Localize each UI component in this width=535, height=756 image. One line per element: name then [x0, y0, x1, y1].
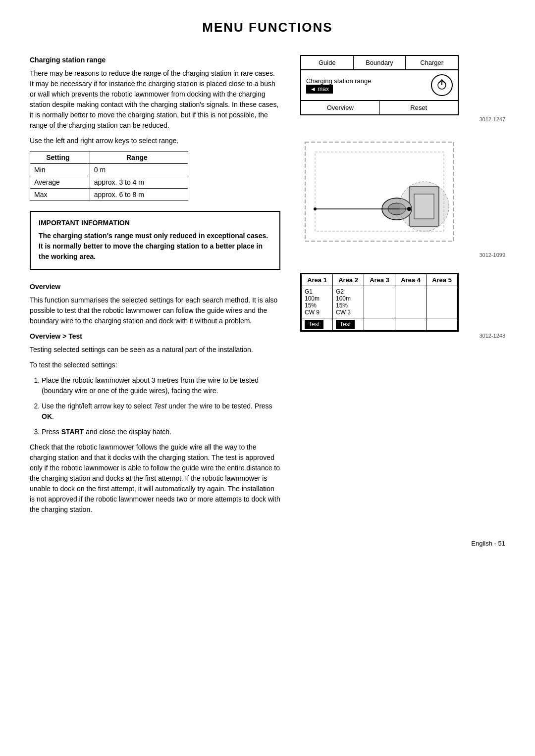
left-column: Charging station range There may be reas… [30, 55, 280, 520]
area-test-row: Test Test [302, 318, 458, 331]
area5-test [427, 318, 458, 331]
table-cell-range-average: approx. 3 to 4 m [90, 176, 188, 189]
table-cell-setting-min: Min [30, 164, 90, 176]
area4-data [395, 286, 427, 318]
step-1-text: Place the robotic lawnmower about 3 metr… [42, 376, 259, 395]
tab-boundary: Boundary [354, 56, 406, 69]
settings-table: Setting Range Min 0 m Average approx. 3 … [30, 151, 188, 201]
svg-point-11 [314, 207, 317, 210]
max-badge: ◄ max [306, 85, 333, 94]
page-title: MENU FUNCTIONS [30, 20, 505, 35]
important-information-title: IMPORTANT INFORMATION [39, 219, 271, 227]
table-row: Average approx. 3 to 4 m [30, 176, 188, 189]
table-cell-range-max: approx. 6 to 8 m [90, 189, 188, 201]
diagram3-container: Area 1 Area 2 Area 3 Area 4 Area 5 G1100… [300, 273, 505, 339]
area4-header: Area 4 [395, 274, 427, 286]
table-cell-setting-max: Max [30, 189, 90, 201]
area4-test [395, 318, 427, 331]
area3-test [364, 318, 395, 331]
settings-table-header-setting: Setting [30, 151, 90, 164]
tab-guide: Guide [301, 56, 354, 69]
area3-data [364, 286, 395, 318]
diagram1-container: Guide Boundary Charger Charging station … [300, 55, 505, 122]
tab-charger: Charger [406, 56, 458, 69]
overview-para: This function summarises the selected se… [30, 295, 280, 326]
footer-text: English - 51 [471, 540, 505, 547]
table-row: Max approx. 6 to 8 m [30, 189, 188, 201]
diagram1-label-area: Charging station range ◄ max [306, 77, 372, 94]
test-button-area1[interactable]: Test [305, 320, 323, 329]
charging-station-range-para2: Use the left and right arrow keys to sel… [30, 136, 280, 146]
svg-point-0 [438, 81, 446, 89]
area-table: Area 1 Area 2 Area 3 Area 4 Area 5 G1100… [301, 274, 458, 331]
overview-test-steps: Place the robotic lawnmower about 3 metr… [42, 375, 280, 437]
important-information-box: IMPORTANT INFORMATION The charging stati… [30, 211, 280, 270]
charging-station-range-section: Charging station range There may be reas… [30, 55, 280, 201]
area-data-row: G1100m15%CW 9 G2100m15%CW 3 [302, 286, 458, 318]
knob-icon [431, 74, 453, 96]
table-row: Min 0 m [30, 164, 188, 176]
diagram1-caption: 3012-1247 [300, 116, 505, 122]
test-button-area2[interactable]: Test [336, 320, 355, 329]
important-information-text: The charging station's range must only r… [39, 231, 271, 262]
page-footer: English - 51 [30, 540, 505, 547]
overview-button[interactable]: Overview [301, 101, 380, 114]
svg-point-9 [399, 182, 449, 231]
start-bold: START [61, 428, 84, 436]
area2-data: G2100m15%CW 3 [333, 286, 364, 318]
area2-header: Area 2 [333, 274, 364, 286]
overview-test-section: Overview > Test Testing selected setting… [30, 331, 280, 515]
step3-detail: Check that the robotic lawnmower follows… [30, 442, 280, 515]
area5-header: Area 5 [427, 274, 458, 286]
area-table-header-row: Area 1 Area 2 Area 3 Area 4 Area 5 [302, 274, 458, 286]
right-column: Guide Boundary Charger Charging station … [300, 55, 505, 520]
table-cell-range-min: 0 m [90, 164, 188, 176]
overview-section: Overview This function summarises the se… [30, 282, 280, 326]
charging-station-range-heading: Charging station range [30, 55, 280, 65]
mower-illustration [300, 137, 459, 251]
overview-test-para1: Testing selected settings can be seen as… [30, 345, 280, 355]
area1-header: Area 1 [302, 274, 333, 286]
step-3: Press START and close the display hatch. [42, 427, 280, 437]
settings-table-header-range: Range [90, 151, 188, 164]
test-italic: Test [154, 402, 166, 410]
charging-station-range-para1: There may be reasons to reduce the range… [30, 68, 280, 131]
diagram1-bottom-buttons: Overview Reset [301, 101, 458, 114]
diagram1-tabs: Guide Boundary Charger [301, 56, 458, 70]
reset-button[interactable]: Reset [380, 101, 458, 114]
ok-bold: OK [42, 412, 52, 420]
area1-data: G1100m15%CW 9 [302, 286, 333, 318]
diagram2-caption: 3012-1099 [300, 252, 505, 258]
area1-test[interactable]: Test [302, 318, 333, 331]
charging-station-range-label: Charging station range [306, 77, 372, 85]
area5-data [427, 286, 458, 318]
svg-point-10 [407, 207, 411, 211]
step-1: Place the robotic lawnmower about 3 metr… [42, 375, 280, 396]
area3-header: Area 3 [364, 274, 395, 286]
table-cell-setting-average: Average [30, 176, 90, 189]
charging-station-range-diagram: Guide Boundary Charger Charging station … [300, 55, 459, 115]
area2-test[interactable]: Test [333, 318, 364, 331]
area-overview-diagram: Area 1 Area 2 Area 3 Area 4 Area 5 G1100… [300, 273, 459, 332]
diagram1-middle: Charging station range ◄ max [301, 70, 458, 101]
overview-heading: Overview [30, 282, 280, 292]
overview-test-heading: Overview > Test [30, 331, 280, 342]
overview-test-para2: To test the selected settings: [30, 360, 280, 370]
diagram2-container: 3012-1099 [300, 137, 505, 258]
step-2: Use the right/left arrow key to select T… [42, 401, 280, 422]
diagram3-caption: 3012-1243 [300, 333, 505, 339]
